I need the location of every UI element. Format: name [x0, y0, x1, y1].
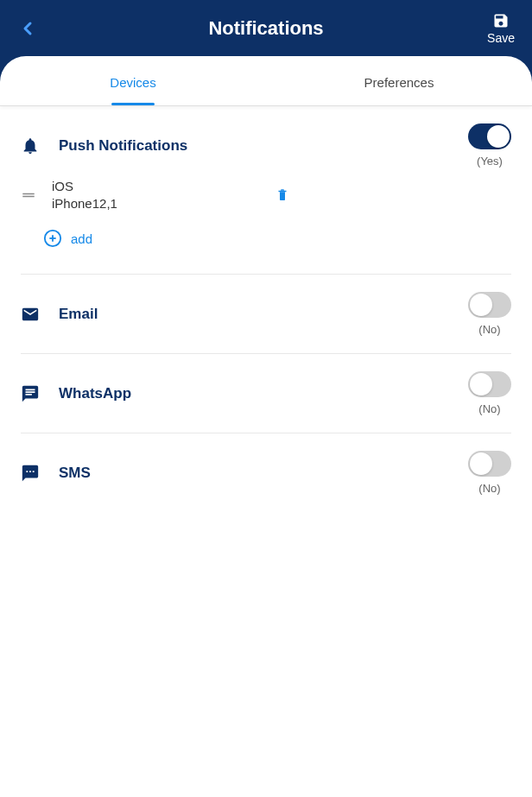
save-icon	[492, 12, 510, 29]
plus-circle-icon	[43, 229, 62, 248]
save-label: Save	[487, 31, 515, 45]
whatsapp-toggle[interactable]	[468, 371, 511, 397]
email-toggle-state: (No)	[478, 323, 500, 336]
sms-title: SMS	[59, 465, 91, 482]
device-info: iOS iPhone12,1	[52, 178, 225, 212]
tab-devices[interactable]: Devices	[0, 56, 266, 105]
section-email: Email (No)	[0, 275, 532, 353]
push-title: Push Notifications	[59, 137, 187, 155]
sms-toggle-state: (No)	[478, 482, 500, 495]
drag-handle-icon[interactable]	[21, 187, 36, 203]
email-icon	[21, 305, 40, 324]
sections: Push Notifications (Yes) iOS iPhone12,1	[0, 106, 532, 512]
section-push: Push Notifications (Yes) iOS iPhone12,1	[0, 106, 532, 274]
section-whatsapp: WhatsApp (No)	[0, 354, 532, 433]
device-os: iOS	[52, 178, 225, 195]
header-bar: Notifications Save	[0, 0, 532, 56]
email-title: Email	[59, 306, 98, 323]
sms-icon	[21, 464, 40, 483]
whatsapp-toggle-state: (No)	[478, 402, 500, 415]
add-device-button[interactable]: add	[21, 212, 511, 256]
push-toggle[interactable]	[468, 123, 511, 149]
whatsapp-title: WhatsApp	[59, 385, 131, 402]
page-title: Notifications	[208, 17, 323, 40]
sms-toggle[interactable]	[468, 451, 511, 477]
save-button[interactable]: Save	[487, 12, 515, 45]
chat-icon	[21, 384, 40, 403]
device-model: iPhone12,1	[52, 195, 225, 212]
delete-device-button[interactable]	[275, 187, 290, 203]
add-label: add	[71, 231, 92, 246]
push-toggle-state: (Yes)	[477, 155, 503, 168]
tab-preferences[interactable]: Preferences	[266, 56, 532, 105]
push-header: Push Notifications (Yes)	[21, 123, 511, 168]
back-button[interactable]	[17, 18, 38, 39]
tabs: Devices Preferences	[0, 56, 532, 106]
section-sms: SMS (No)	[0, 433, 532, 512]
content-panel: Devices Preferences Push Notifications (…	[0, 56, 532, 797]
email-toggle[interactable]	[468, 292, 511, 318]
device-row: iOS iPhone12,1	[21, 168, 511, 212]
bell-icon	[21, 136, 40, 155]
